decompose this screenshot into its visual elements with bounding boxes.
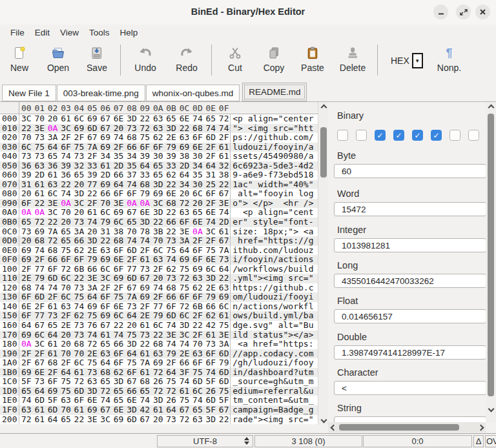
ascii-preview[interactable]: om/ludouzi/fooyi [230,292,313,302]
hex-byte[interactable]: 61 [203,331,216,340]
hex-byte[interactable]: 73 [72,218,85,227]
hex-byte[interactable]: 6E [178,114,191,124]
edit-mode-status[interactable]: OVR [485,435,496,447]
delete-button[interactable]: Delete [332,40,373,79]
hex-byte[interactable]: 6C [112,311,125,321]
hex-byte[interactable]: 74 [85,331,98,340]
hex-byte[interactable]: 75 [203,246,216,256]
hex-byte[interactable]: 75 [125,358,138,368]
hex-byte[interactable]: 3A [46,133,59,143]
hex-byte[interactable]: 0A [19,208,32,218]
hex-byte[interactable]: 2F [191,331,203,340]
hex-byte[interactable]: 33 [85,161,98,171]
hex-byte[interactable]: 36 [59,170,72,180]
hex-byte[interactable]: 61 [98,331,111,340]
hex-byte[interactable]: 6D [85,124,98,134]
hex-byte[interactable]: 3D [151,396,164,405]
hex-byte[interactable]: 35 [125,161,138,171]
scroll-down-button[interactable] [318,415,329,424]
hex-byte[interactable]: 79 [164,143,177,152]
hex-byte[interactable]: 76 [85,321,98,331]
hex-byte[interactable]: 22 [85,189,98,199]
hex-byte[interactable]: 6D [203,396,216,405]
hex-byte[interactable]: 79 [32,274,45,283]
hex-byte[interactable]: 62 [191,283,203,293]
hex-byte[interactable]: 6D [203,133,216,143]
hex-byte[interactable]: 3A [217,340,230,349]
scroll-left-button[interactable] [329,422,338,433]
hex-byte[interactable]: 38 [217,170,230,180]
float-value-field[interactable] [334,309,486,323]
hex-byte[interactable]: 73 [138,265,151,274]
menu-item-view[interactable]: View [56,26,83,39]
hex-byte[interactable]: 2F [151,265,164,274]
hex-byte[interactable]: 63 [191,349,203,359]
hex-byte[interactable]: 25 [203,180,216,190]
hex-byte[interactable]: 3D [151,180,164,190]
hex-byte[interactable]: 63 [151,255,164,265]
hex-byte[interactable]: 70 [191,340,203,349]
hex-byte[interactable]: 70 [19,133,32,143]
hex-byte[interactable]: 0A [46,124,59,134]
hex-byte[interactable]: 74 [138,396,151,405]
hex-byte[interactable]: 74 [72,302,85,312]
hex-byte[interactable]: 72 [151,387,164,396]
ascii-preview[interactable]: /workflows/build [230,265,313,274]
ascii-preview[interactable]: ps://github.com/ [230,133,313,143]
hex-byte[interactable]: 20 [19,189,32,199]
hex-byte[interactable]: 22 [164,227,177,237]
ascii-preview[interactable]: edium=referral&u [230,387,313,396]
hex-byte[interactable]: 6C [32,331,45,340]
hex-byte[interactable]: 3D [85,387,98,396]
hex-byte[interactable]: 68 [191,124,203,134]
hex-byte[interactable]: 64 [85,292,98,302]
hex-byte[interactable]: 3D [164,124,177,134]
hex-byte[interactable]: 73 [138,331,151,340]
hex-byte[interactable]: 75 [138,133,151,143]
hex-byte[interactable]: 6F [151,143,164,152]
hex-byte[interactable]: 66 [112,170,125,180]
menu-item-edit[interactable]: Edit [30,26,54,39]
hex-byte[interactable]: 65 [125,218,138,227]
hex-byte[interactable]: 63 [191,415,203,425]
integer-value-field[interactable] [334,238,486,252]
hex-byte[interactable]: 65 [46,152,59,161]
hex-byte[interactable]: 69 [19,331,32,340]
hex-byte[interactable]: 63 [98,246,111,256]
hex-byte[interactable]: 62 [72,311,85,321]
hex-byte[interactable]: 74 [125,180,138,190]
hex-byte[interactable]: 6F [125,368,138,378]
hex-byte[interactable]: 2F [191,311,203,321]
hex-byte[interactable]: 3D [178,321,191,331]
hex-byte[interactable]: 61 [217,227,230,237]
hex-byte[interactable]: 63 [178,133,191,143]
hex-byte[interactable]: 64 [46,415,59,425]
new-button[interactable]: New [0,40,39,79]
hex-byte[interactable]: 22 [112,321,125,331]
hex-byte[interactable]: 70 [59,405,72,415]
hex-byte[interactable]: 72 [151,368,164,378]
hex-byte[interactable]: 2E [85,349,98,359]
hex-byte[interactable]: 5F [19,377,32,387]
hex-byte[interactable]: 2F [138,302,151,312]
hex-byte[interactable]: 66 [164,218,177,227]
hex-byte[interactable]: 6F [98,292,111,302]
hex-byte[interactable]: 6C [98,208,111,218]
hex-byte[interactable]: 34 [191,161,203,171]
hex-byte[interactable]: 6E [112,114,125,124]
panel-horizontal-scrollbar[interactable] [328,422,486,433]
hex-byte[interactable]: 73 [32,133,45,143]
hex-byte[interactable]: 61 [72,405,85,415]
hex-byte[interactable]: 68 [46,246,59,256]
hex-byte[interactable]: 6C [59,292,72,302]
hex-byte[interactable]: 6F [112,265,125,274]
hex-byte[interactable]: 61 [138,321,151,331]
hex-byte[interactable]: 77 [125,265,138,274]
hex-byte[interactable]: 69 [32,227,45,237]
hex-byte[interactable]: 2F [59,133,72,143]
hex-byte[interactable]: 69 [191,265,203,274]
hex-byte[interactable]: 31 [98,227,111,237]
hex-byte[interactable]: 3E [178,227,191,237]
hex-byte[interactable]: 20 [59,340,72,349]
hex-byte[interactable]: 66 [125,143,138,152]
